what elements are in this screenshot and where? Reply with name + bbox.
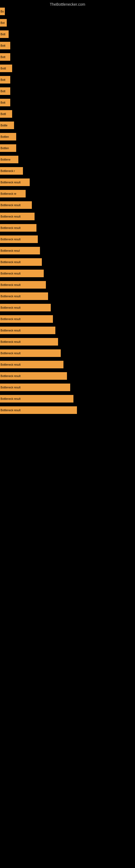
bar: Bo: [0, 8, 5, 15]
bar-row-wrapper: Bottleneck result: [0, 372, 135, 380]
bar-text: Bott: [1, 79, 5, 82]
bar-text: Bottlen: [1, 147, 9, 150]
bars-container: BoBotBottBottBottBottlBottBottBottBottlB…: [0, 8, 135, 868]
bar-row-wrapper: Bottleneck result: [0, 213, 135, 220]
bar-text: Bottl: [1, 67, 6, 70]
bar-row-wrapper: Bottleneck result: [0, 349, 135, 357]
bar: Bottleneck result: [0, 349, 61, 357]
bar-text: Bottleneck re: [1, 192, 16, 195]
bar-row: Bott: [0, 87, 135, 95]
bar-row-wrapper: Bott: [0, 87, 135, 95]
bar: Bottl: [0, 65, 12, 72]
bar-text: Bott: [1, 44, 5, 47]
bar-row-wrapper: Bottlene: [0, 156, 135, 163]
bar-text: Bottleneck result: [1, 215, 20, 218]
bar-text: Bottleneck result: [1, 329, 20, 332]
bar-text: Bottlene: [1, 158, 10, 161]
bar: Bottleneck result: [0, 270, 44, 277]
bar-row: Bottleneck result: [0, 258, 135, 266]
bar-row: Bottleneck result: [0, 383, 135, 391]
bar-text: Bot: [1, 22, 5, 24]
bar-row: Bottl: [0, 65, 135, 72]
bar-row-wrapper: Bottl: [0, 110, 135, 118]
bar-text: Bottl: [1, 113, 6, 116]
bar-row: Bottlene: [0, 156, 135, 163]
bar-row-wrapper: Bottleneck re: [0, 190, 135, 197]
bar-row-wrapper: Bott: [0, 53, 135, 61]
bar-text: Bottlen: [1, 135, 9, 138]
bar: Bott: [0, 53, 10, 61]
bar-row-wrapper: Bottleneck result: [0, 395, 135, 403]
bar-row-wrapper: Bott: [0, 99, 135, 106]
bar: Bott: [0, 30, 9, 38]
bar-row: Bottleneck r: [0, 167, 135, 175]
bar-row-wrapper: Bottleneck resul: [0, 247, 135, 254]
bar-text: Bottleneck result: [1, 386, 20, 389]
bar: Bottleneck result: [0, 201, 32, 209]
bar-row: Bo: [0, 8, 135, 15]
bar-row: Bottleneck re: [0, 190, 135, 197]
bar-row-wrapper: Bottleneck result: [0, 281, 135, 289]
bar-row: Bott: [0, 30, 135, 38]
bar-text: Bottleneck result: [1, 272, 20, 275]
bar: Bottleneck result: [0, 383, 70, 391]
bar: Bottle: [0, 122, 14, 129]
bar: Bottleneck result: [0, 406, 77, 414]
bar-text: Bottleneck result: [1, 226, 20, 229]
bar-row: Bottlen: [0, 133, 135, 141]
bar: Bottleneck r: [0, 167, 23, 175]
bar-row-wrapper: Bottleneck result: [0, 270, 135, 277]
bar-row-wrapper: Bottlen: [0, 144, 135, 152]
bar-text: Bottleneck resul: [1, 249, 20, 252]
bar-row: Bottleneck result: [0, 315, 135, 323]
bar-row-wrapper: Bottleneck result: [0, 201, 135, 209]
bar-row-wrapper: Bottl: [0, 65, 135, 72]
bar-text: Bottleneck result: [1, 375, 20, 378]
bar: Bott: [0, 42, 10, 50]
bar-row: Bottleneck result: [0, 406, 135, 414]
bar-row: Bottleneck result: [0, 201, 135, 209]
bar-text: Bottleneck r: [1, 169, 15, 173]
bar: Bottleneck result: [0, 236, 38, 243]
bar-row-wrapper: Bottleneck r: [0, 167, 135, 175]
bar-row: Bottleneck result: [0, 179, 135, 186]
bar-row: Bottleneck result: [0, 270, 135, 277]
bar: Bottleneck result: [0, 213, 35, 220]
bar: Bottleneck result: [0, 315, 53, 323]
bar: Bottleneck result: [0, 292, 48, 300]
bar-text: Bottleneck result: [1, 306, 20, 309]
bar-row-wrapper: Bot: [0, 19, 135, 27]
bar-row-wrapper: Bottleneck result: [0, 304, 135, 311]
bar: Bottleneck result: [0, 304, 51, 311]
bar-row-wrapper: Bott: [0, 76, 135, 84]
bar-row: Bottleneck result: [0, 349, 135, 357]
bar: Bottleneck result: [0, 281, 46, 289]
bar-row-wrapper: Bottlen: [0, 133, 135, 141]
bar: Bottleneck result: [0, 361, 63, 368]
bar: Bott: [0, 76, 10, 84]
bar-row-wrapper: Bottleneck result: [0, 236, 135, 243]
bar-row: Bott: [0, 42, 135, 50]
bar-row: Bottle: [0, 122, 135, 129]
bar: Bottleneck result: [0, 338, 58, 346]
bar: Bottleneck resul: [0, 247, 40, 254]
bar: Bottl: [0, 110, 12, 118]
bar: Bottlen: [0, 133, 16, 141]
bar-row: Bottleneck resul: [0, 247, 135, 254]
bar-row-wrapper: Bottleneck result: [0, 315, 135, 323]
bar-text: Bottleneck result: [1, 295, 20, 298]
bar-text: Bottleneck result: [1, 340, 20, 343]
bar-row-wrapper: Bott: [0, 42, 135, 50]
bar-row-wrapper: Bottleneck result: [0, 224, 135, 231]
bar-text: Bottleneck result: [1, 283, 20, 286]
bar-row-wrapper: Bott: [0, 30, 135, 38]
bar: Bott: [0, 99, 10, 106]
bar-text: Bott: [1, 101, 5, 104]
bar: Bottleneck result: [0, 258, 42, 266]
bar-row: Bott: [0, 76, 135, 84]
bar-row: Bott: [0, 99, 135, 106]
bar-text: Bottleneck result: [1, 238, 20, 241]
bar: Bottlen: [0, 144, 16, 152]
bar-text: Bottleneck result: [1, 409, 20, 412]
bar-row: Bottleneck result: [0, 338, 135, 346]
